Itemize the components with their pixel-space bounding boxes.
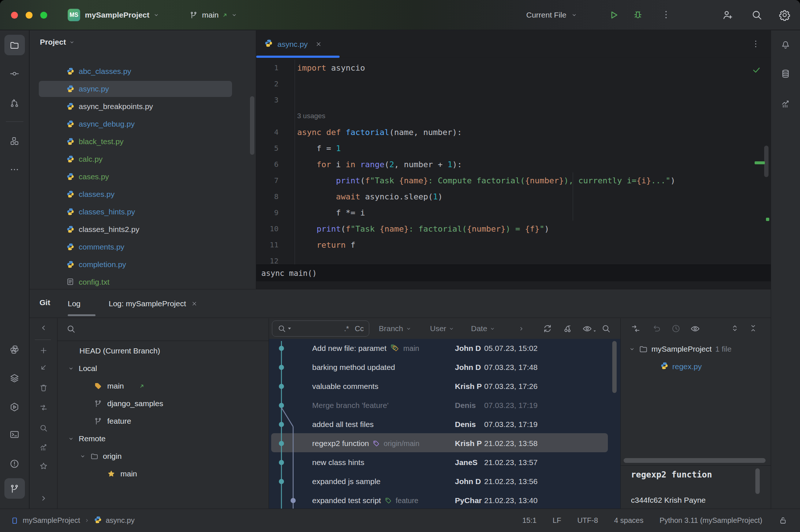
project-tool[interactable] [4,35,25,55]
services-tool[interactable] [4,368,25,388]
branch-search-button[interactable] [66,324,76,334]
close-icon[interactable] [191,300,198,307]
code-area[interactable]: 1import asyncio233 usages4async def fact… [256,60,771,269]
file-row-async_breakpoints-py[interactable]: async_breakpoints.py [30,98,256,115]
new-branch-button[interactable] [39,346,48,355]
commit-list-scrollbar[interactable] [612,341,617,393]
branch-selector[interactable]: main [190,0,238,30]
branch-row-origin[interactable]: origin [57,447,269,465]
date-filter[interactable]: Date [471,318,496,339]
file-row-completion-py[interactable]: completion.py [30,256,256,273]
commit-row[interactable]: Merge branch 'feature' Denis 07.03.23, 1… [269,396,620,415]
revert-button[interactable] [39,363,48,372]
git-tool-title[interactable]: Git [40,298,50,307]
code-with-me-button[interactable] [722,9,733,21]
file-row-calc-py[interactable]: calc.py [30,150,256,168]
commit-row[interactable]: regexp2 functionorigin/main Krish P 21.0… [269,434,620,453]
favorites-button[interactable] [39,462,48,471]
commit-row[interactable]: expanded js sample John D 21.02.23, 13:5… [269,472,620,491]
terminal-tool[interactable] [4,424,25,445]
commit-tool[interactable] [4,63,25,84]
file-row-black_test-py[interactable]: black_test.py [30,133,256,150]
close-window-button[interactable] [11,12,18,19]
edit-button[interactable] [39,443,48,452]
expand-button[interactable] [39,494,48,503]
branch-row-remote[interactable]: Remote [57,430,269,447]
endpoints-tool[interactable] [775,93,796,114]
user-filter[interactable]: User [430,318,455,339]
tab-async-py[interactable]: async.py [256,30,340,58]
chevron-down-icon[interactable] [68,435,74,442]
show-diff-preview-button[interactable] [631,324,640,333]
search-history-caret[interactable] [288,328,291,330]
run-tool[interactable] [4,397,25,417]
compare-button[interactable] [39,403,48,412]
match-case-toggle[interactable]: Cc [355,325,364,333]
database-tool[interactable] [775,63,796,84]
project-selector[interactable]: mySampleProject [85,0,160,30]
file-row-classes_hints-py[interactable]: classes_hints.py [30,203,256,221]
project-panel-header[interactable]: Project [40,38,75,46]
expand-all-button[interactable] [730,324,739,333]
settings-button[interactable] [779,9,790,21]
project-scrollbar[interactable] [250,96,254,155]
editor-scrollbar[interactable] [764,146,769,177]
tab-log[interactable]: Log [68,289,81,318]
chevron-down-icon[interactable] [68,365,74,372]
log-search-field[interactable]: .* Cc [272,321,369,337]
zoom-window-button[interactable] [40,12,47,19]
commit-row[interactable]: new class hints JaneS 21.02.23, 13:57 [269,453,620,472]
changed-files-root[interactable]: mySampleProject 1 file [621,340,771,358]
sticky-context-line[interactable]: async main() [256,265,771,281]
hide-branches-button[interactable] [39,323,48,333]
commit-row[interactable]: barking method updated John D 07.03.23, … [269,358,620,377]
breadcrumb-file[interactable]: async.py [106,516,135,525]
status-item[interactable]: 4 spaces [614,516,643,525]
python-packages-tool[interactable] [4,339,25,360]
branch-row-feature[interactable]: feature [57,412,269,430]
file-row-async-py[interactable]: async.py [30,80,256,98]
file-row-classes-py[interactable]: classes.py [30,186,256,203]
problems-tool[interactable] [4,453,25,474]
file-row-comments-py[interactable]: comments.py [30,238,256,256]
collapse-all-button[interactable] [749,324,758,333]
tab-log-mysampleproject[interactable]: Log: mySampleProject [109,289,198,318]
close-icon[interactable] [315,41,322,48]
status-item[interactable]: UTF-8 [577,516,598,525]
cherry-pick-button[interactable] [562,318,572,339]
branch-row-head-current-branch-[interactable]: HEAD (Current Branch) [57,342,269,360]
search-button[interactable] [39,424,48,432]
more-tool-windows[interactable] [4,159,25,180]
file-row-abc_classes-py[interactable]: abc_classes.py [30,63,256,80]
pull-requests-tool[interactable] [4,93,25,113]
minimize-window-button[interactable] [26,12,33,19]
notifications-tool[interactable] [775,35,796,55]
status-item[interactable]: LF [553,516,561,525]
status-item[interactable]: Python 3.11 (mySampleProject) [659,516,762,525]
editor-options-button[interactable] [751,39,760,49]
go-to-hash-button[interactable] [601,318,611,339]
commit-row[interactable]: valuable comments Krish P 07.03.23, 17:2… [269,377,620,396]
usages-inlay-hint[interactable]: 3 usages [295,112,325,120]
more-actions-button[interactable] [661,10,671,20]
refresh-button[interactable] [543,318,552,339]
view-options-button[interactable] [582,318,597,339]
file-row-config-txt[interactable]: config.txt [30,273,256,289]
file-row-async_debug-py[interactable]: async_debug.py [30,115,256,133]
branch-row-django-samples[interactable]: django_samples [57,395,269,412]
commit-row[interactable]: expanded test scriptfeature PyChar 21.02… [269,491,620,509]
rollback-button[interactable] [652,324,662,333]
branch-row-main[interactable]: main [57,465,269,483]
debug-button[interactable] [632,10,643,20]
breadcrumb-project[interactable]: mySampleProject [23,516,80,525]
commit-row[interactable]: Add new file: parametmain John D 05.07.2… [269,339,620,358]
version-control-tool[interactable] [4,478,25,499]
details-scrollbar[interactable] [755,468,760,494]
branch-row-main[interactable]: main [57,377,269,395]
changed-file-row[interactable]: regex.py [621,358,771,375]
chevron-down-icon[interactable] [79,453,86,460]
run-configuration-selector[interactable]: Current File [526,0,577,30]
more-filters-button[interactable] [518,318,525,339]
lock-open-icon[interactable] [778,516,788,525]
file-row-cases-py[interactable]: cases.py [30,168,256,186]
